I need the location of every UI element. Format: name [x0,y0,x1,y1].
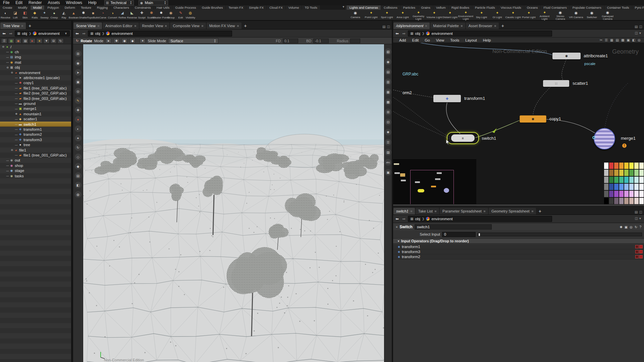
shelf-tab-populate-containers[interactable]: Populate Containers [570,5,604,10]
scene-spinner-icon[interactable]: ▲▼ [164,1,166,5]
tree-row-out[interactable]: —◉out [0,158,71,163]
tool-loft[interactable]: ◪Loft [10,10,20,20]
tool-reverse[interactable]: ◣Reverse [127,10,137,20]
remove-input-button[interactable] [635,255,639,258]
tree-row-tree[interactable]: —●tree [0,142,71,147]
pivot-mode-icon[interactable]: ◉ [121,38,127,43]
tree-row-file1-tree-001-grp-abc[interactable]: —▰file1 (tree_001_GRP.abc) [0,85,71,90]
scene-path-field[interactable]: ▦ obj ❯ environment [88,31,232,37]
pane-split-icon[interactable]: ◫ [639,210,642,214]
perspective-view-icon[interactable]: ▧ [385,48,391,55]
breadcrumb-context[interactable]: obj [415,32,420,36]
color-swatch[interactable] [639,162,644,169]
node-transform1[interactable]: ✚ [433,95,461,102]
red-marker-icon[interactable]: ● [75,116,82,123]
tab-geometry-spreadsheet[interactable]: Geometry Spreadsheet [489,208,536,215]
snapshot-icon[interactable]: ▣ [385,169,391,176]
delete-input-button[interactable] [639,250,643,253]
merge1-warning-badge[interactable]: ! [622,143,627,148]
forward-icon[interactable]: ➡ [81,31,87,36]
new-tab-button[interactable]: + [499,22,506,29]
color-swatch[interactable] [624,162,629,169]
color-swatch[interactable] [629,169,634,176]
color-swatch[interactable] [629,197,634,204]
pane-split-icon[interactable]: ◫ [639,25,642,28]
color-swatch[interactable] [619,197,624,204]
color-swatch[interactable] [634,183,639,190]
menu-windows[interactable]: Windows [63,0,85,5]
top-view-icon[interactable]: ▤ [385,68,391,75]
select-input-slider[interactable] [478,233,642,236]
handle-mode-icon[interactable]: ➤ [105,38,111,43]
view-tool-icon[interactable]: ◉ [75,60,82,66]
network-editor-canvas[interactable]: Non-Commercial Edition Geometry ✱ attrib… [393,43,644,206]
shelf-tab-particles[interactable]: Particles [400,5,418,10]
netmenu-help[interactable]: Help [480,38,494,43]
expand-icon[interactable]: ⊕ [14,112,18,115]
color-swatch[interactable] [619,176,624,183]
tree-row-shop[interactable]: —◉shop [0,163,71,168]
shelf-tab-pyro-fx[interactable]: Pyro FX [632,5,644,10]
tab-motion-fx-view[interactable]: Motion FX View [207,22,241,29]
abc-text-icon[interactable]: abc [385,159,391,166]
node-attribcreate1[interactable]: ✱ [552,53,581,59]
network-path-field[interactable]: ▦ obj ❯ environment [408,31,552,37]
slider-handle[interactable] [479,233,480,236]
input-operators-section[interactable]: ▾ Input Operators (Drag/Drop to reorder) [393,238,644,244]
tree-row-transform3[interactable]: —✚transform3 [0,137,71,142]
node-switch1[interactable]: ≡ [451,134,475,142]
color-swatch[interactable] [619,162,624,169]
tool-gi-light[interactable]: ✦GI Light [489,10,505,20]
pane-corner-icons[interactable]: ▤◫ [382,25,392,29]
node-scatter1[interactable]: ∷ [543,80,569,87]
shelf-tab-create[interactable]: Create [0,5,15,10]
tool-volume-light[interactable]: ✦Volume Light [426,10,442,20]
slide-mode-label[interactable]: Slide Mode [148,39,166,43]
display-wireframe-icon[interactable]: ▨ [385,149,391,156]
front-view-icon[interactable]: ▥ [385,78,391,85]
tool-sculpt[interactable]: ✚Sculpt [137,10,147,20]
sync-selection-icon[interactable]: ↻ [57,38,64,44]
shelf-tab-rigid-bodies[interactable]: Rigid Bodies [449,5,472,10]
tool-environment-light[interactable]: ✦Environment Light [458,10,474,20]
tab-menu-dot[interactable] [411,210,412,212]
snap-mode-icon[interactable]: ✦ [140,38,146,43]
breadcrumb-node[interactable]: environment [431,217,452,221]
tool-geometry-light[interactable]: ✦Geometry Light [411,10,426,20]
shelf-tab-oceans[interactable]: Oceans [524,5,541,10]
color-swatch[interactable] [609,183,614,190]
param-crumb-icons[interactable]: ◫▾ [635,217,643,221]
tool-point-light[interactable]: ✦Point Light [363,10,379,20]
networks-filter-icon[interactable]: ▤ [22,38,29,44]
color-swatch[interactable] [639,169,644,176]
color-swatch[interactable] [634,190,639,197]
shelf-tab-grains[interactable]: Grains [418,5,433,10]
tool-convert[interactable]: ◑Convert [108,10,117,20]
camera-view-icon[interactable]: ◉ [385,58,391,65]
tab-menu-dot[interactable] [202,25,203,27]
materials-filter-icon[interactable]: ◉ [15,38,21,44]
color-swatch[interactable] [609,176,614,183]
tab-menu-dot[interactable] [165,25,167,27]
grid-toggle-icon[interactable]: ⊞ [385,109,391,115]
shelf-tab-hair-utils[interactable]: Hair Utils [154,5,172,10]
menu-edit[interactable]: Edit [12,0,25,5]
tree-row-stage[interactable]: —◉stage [0,168,71,173]
menu-help[interactable]: Help [85,0,100,5]
color-swatch[interactable] [609,197,614,204]
surface-spinner-icon[interactable]: ▲▼ [214,39,216,43]
shelf-tab-rigging[interactable]: Rigging [94,5,110,10]
forward-icon[interactable]: ➡ [401,31,407,36]
pane-menu-icon[interactable]: ▤ [635,210,638,214]
operator-row-transform2[interactable]: ◈transform2 [393,254,644,259]
menu-assets[interactable]: Assets [45,0,63,5]
tab-menu-dot[interactable] [98,25,99,27]
remove-input-button[interactable] [635,250,639,253]
node-merge1-label[interactable]: merge1 [621,136,636,141]
snap-settings-icon[interactable]: ◆ [75,163,82,170]
tab-menu-dot[interactable] [484,210,485,212]
shelf-tab-deform[interactable]: Deform [62,5,78,10]
tab-menu-dot[interactable] [461,25,463,27]
tab-asset-browser[interactable]: Asset Browser [466,22,499,29]
tool-group[interactable]: ◉Group [166,10,176,20]
